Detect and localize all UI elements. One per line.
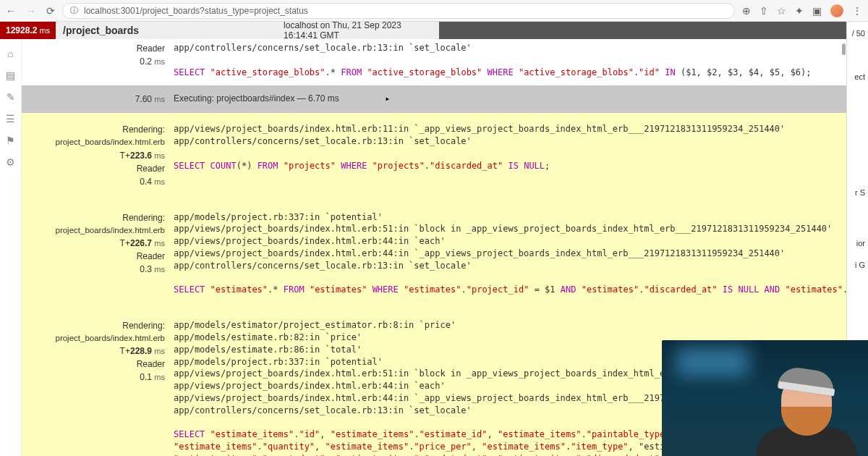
trace-line: app/controllers/concerns/set_locale.rb:1… — [174, 405, 472, 415]
render-timing: T+228.9 ms — [22, 345, 165, 358]
row-detail: app/controllers/concerns/set_locale.rb:1… — [174, 42, 846, 78]
browser-toolbar: ← → ⟳ ⓘ localhost:3001/project_boards?st… — [0, 0, 868, 22]
zoom-icon[interactable]: ⊕ — [742, 5, 751, 17]
profiler-render-row[interactable]: Rendering: project_boards/index.html.erb… — [22, 201, 846, 310]
bg-text: ior — [856, 239, 865, 248]
ms-unit: ms — [39, 26, 50, 35]
trace-line: app/controllers/concerns/set_locale.rb:1… — [174, 261, 472, 271]
exec-dur: 7.60 — [135, 94, 152, 104]
row-meta: Rendering: project_boards/index.html.erb… — [22, 123, 174, 187]
rail-icon[interactable]: ☰ — [4, 113, 17, 126]
reload-icon[interactable]: ⟳ — [46, 5, 55, 17]
row-detail: app/models/project.rb:337:in `potential'… — [174, 211, 846, 297]
total-ms: 12928.2 — [6, 25, 37, 35]
render-path: project_boards/index.html.erb — [22, 332, 165, 345]
trace-line: app/models/estimate.rb:86:in `total' — [174, 345, 362, 355]
rail-icon[interactable]: ▤ — [4, 69, 17, 83]
render-label: Rendering: — [22, 123, 165, 136]
bg-text: i G — [855, 261, 865, 269]
request-context: localhost on Thu, 21 Sep 2023 16:14:41 G… — [284, 20, 432, 41]
back-icon[interactable]: ← — [6, 5, 16, 17]
row-dur: 0.1 ms — [22, 371, 165, 384]
nav-icons: ← → ⟳ — [6, 5, 55, 17]
reader-label: Reader — [22, 250, 165, 263]
row-meta: Rendering: project_boards/index.html.erb… — [22, 319, 174, 456]
row-detail: Executing: projectboards#index — 6.70 ms… — [174, 93, 846, 106]
menu-icon[interactable]: ⋮ — [852, 5, 862, 17]
trace-line: app/controllers/concerns/set_locale.rb:1… — [174, 43, 472, 53]
url-text: localhost:3001/project_boards?status_typ… — [84, 6, 308, 16]
exec-text: Executing: projectboards#index — — [174, 93, 308, 104]
reader-label: Reader — [22, 358, 165, 371]
profiler-row: Reader 0.2 ms app/controllers/concerns/s… — [22, 39, 846, 85]
profiler-render-row[interactable]: Rendering: project_boards/index.html.erb… — [22, 113, 846, 200]
extensions-icon[interactable]: ✦ — [795, 5, 804, 17]
render-label: Rendering: — [22, 319, 165, 332]
row-meta: 7.60 ms — [22, 93, 174, 106]
row-detail: app/views/project_boards/index.html.erb:… — [174, 123, 846, 187]
bg-text: / 50 — [852, 29, 865, 38]
row-meta: Rendering: project_boards/index.html.erb… — [22, 211, 174, 297]
sql-line: SELECT COUNT(*) FROM "projects" WHERE "p… — [174, 161, 550, 171]
trace-line: app/views/project_boards/index.html.erb:… — [174, 248, 785, 258]
trace-line: app/models/estimate.rb:82:in `price' — [174, 332, 362, 342]
sql-line: SELECT "estimates".* FROM "estimates" WH… — [174, 284, 846, 295]
url-bar[interactable]: ⓘ localhost:3001/project_boards?status_t… — [62, 3, 735, 19]
trace-line: app/models/estimator/project_estimator.r… — [174, 320, 456, 330]
render-label: Rendering: — [22, 211, 165, 224]
presenter — [760, 355, 854, 456]
bookmark-icon[interactable]: ☆ — [777, 5, 786, 17]
trace-line: app/views/project_boards/index.html.erb:… — [174, 124, 785, 134]
toolbar-right: ⊕ ⇧ ☆ ✦ ▣ ⋮ — [742, 4, 862, 17]
row-dur: 0.2 — [140, 56, 152, 67]
rail-icon[interactable]: ⚑ — [4, 135, 17, 148]
webcam-overlay — [662, 340, 868, 456]
trace-line: app/views/project_boards/index.html.erb:… — [174, 224, 832, 234]
panel-icon[interactable]: ▣ — [812, 5, 822, 17]
bg-text: r S — [855, 188, 865, 197]
row-dur: 0.4 ms — [22, 175, 165, 188]
forward-icon[interactable]: → — [26, 5, 36, 17]
profile-avatar[interactable] — [830, 4, 843, 17]
trace-line: app/models/project.rb:337:in `potential' — [174, 357, 383, 367]
trace-line: app/controllers/concerns/set_locale.rb:1… — [174, 136, 472, 146]
row-meta: Reader 0.2 ms — [22, 42, 174, 78]
profiler-exec-row[interactable]: 7.60 ms Executing: projectboards#index —… — [22, 85, 846, 113]
app-left-rail: ⌂ ▤ ✎ ☰ ⚑ ⚙ — [0, 39, 22, 456]
trace-line: app/views/project_boards/index.html.erb:… — [174, 236, 446, 246]
scrollbar-thumb[interactable] — [842, 43, 846, 55]
route-path: /project_boards — [63, 25, 139, 36]
render-path: project_boards/index.html.erb — [22, 224, 165, 237]
profiler-header: 12928.2 ms /project_boards localhost on … — [0, 22, 868, 39]
total-time-badge[interactable]: 12928.2 ms — [0, 22, 56, 39]
share-icon[interactable]: ⇧ — [760, 5, 768, 17]
trace-line: app/models/project.rb:337:in `potential' — [174, 212, 383, 222]
sql-line: SELECT "estimate_items"."id", "estimate_… — [174, 429, 697, 456]
render-timing: T+226.7 ms — [22, 237, 165, 250]
row-dur: 0.3 ms — [22, 263, 165, 276]
sql-line: SELECT "active_storage_blobs".* FROM "ac… — [174, 67, 812, 77]
route-bar: /project_boards localhost on Thu, 21 Sep… — [56, 22, 439, 39]
rail-icon[interactable]: ⌂ — [4, 48, 17, 61]
reader-label: Reader — [22, 162, 165, 175]
bg-text: ect — [854, 72, 865, 81]
ms-unit: ms — [328, 93, 339, 104]
render-path: project_boards/index.html.erb — [22, 136, 165, 148]
ms-unit: ms — [154, 95, 165, 104]
exec-inner: 6.70 — [308, 93, 325, 104]
rail-icon[interactable]: ✎ — [4, 91, 17, 104]
site-info-icon[interactable]: ⓘ — [70, 5, 78, 16]
trace-line: app/views/project_boards/index.html.erb:… — [174, 381, 446, 391]
reader-label: Reader — [22, 42, 165, 55]
render-timing: T+223.6 ms — [22, 149, 165, 162]
rail-icon[interactable]: ⚙ — [4, 156, 17, 169]
ms-unit: ms — [154, 57, 165, 66]
